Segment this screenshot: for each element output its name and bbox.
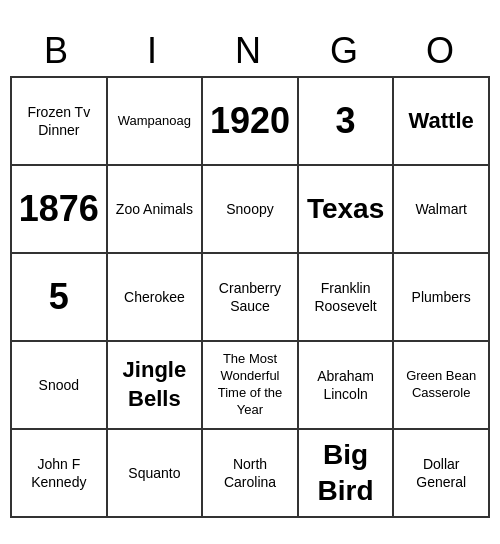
grid-cell-21: Squanto bbox=[108, 430, 204, 518]
cell-text-4: Wattle bbox=[409, 107, 474, 136]
bingo-grid: Frozen Tv DinnerWampanoag19203Wattle1876… bbox=[10, 76, 490, 518]
grid-cell-3: 3 bbox=[299, 78, 395, 166]
grid-cell-8: Texas bbox=[299, 166, 395, 254]
cell-text-6: Zoo Animals bbox=[116, 200, 193, 218]
cell-text-18: Abraham Lincoln bbox=[303, 367, 389, 403]
cell-text-8: Texas bbox=[307, 191, 384, 227]
cell-text-9: Walmart bbox=[415, 200, 467, 218]
grid-cell-23: Big Bird bbox=[299, 430, 395, 518]
cell-text-21: Squanto bbox=[128, 464, 180, 482]
grid-cell-19: Green Bean Casserole bbox=[394, 342, 490, 430]
grid-cell-2: 1920 bbox=[203, 78, 299, 166]
cell-text-19: Green Bean Casserole bbox=[398, 368, 484, 402]
cell-text-13: Franklin Roosevelt bbox=[303, 279, 389, 315]
grid-cell-1: Wampanoag bbox=[108, 78, 204, 166]
grid-cell-16: Jingle Bells bbox=[108, 342, 204, 430]
cell-text-5: 1876 bbox=[19, 186, 99, 233]
grid-cell-6: Zoo Animals bbox=[108, 166, 204, 254]
grid-cell-22: North Carolina bbox=[203, 430, 299, 518]
grid-cell-10: 5 bbox=[12, 254, 108, 342]
header-letter-n: N bbox=[202, 26, 298, 76]
cell-text-2: 1920 bbox=[210, 98, 290, 145]
grid-cell-11: Cherokee bbox=[108, 254, 204, 342]
cell-text-3: 3 bbox=[336, 98, 356, 145]
cell-text-24: Dollar General bbox=[398, 455, 484, 491]
header-letter-o: O bbox=[394, 26, 490, 76]
grid-cell-24: Dollar General bbox=[394, 430, 490, 518]
grid-cell-4: Wattle bbox=[394, 78, 490, 166]
cell-text-14: Plumbers bbox=[412, 288, 471, 306]
grid-cell-12: Cranberry Sauce bbox=[203, 254, 299, 342]
cell-text-16: Jingle Bells bbox=[112, 356, 198, 413]
grid-cell-14: Plumbers bbox=[394, 254, 490, 342]
header-letter-i: I bbox=[106, 26, 202, 76]
grid-cell-15: Snood bbox=[12, 342, 108, 430]
cell-text-23: Big Bird bbox=[303, 437, 389, 510]
cell-text-17: The Most Wonderful Time of the Year bbox=[207, 351, 293, 419]
grid-cell-20: John F Kennedy bbox=[12, 430, 108, 518]
grid-cell-17: The Most Wonderful Time of the Year bbox=[203, 342, 299, 430]
bingo-card: BINGO Frozen Tv DinnerWampanoag19203Watt… bbox=[10, 26, 490, 518]
cell-text-1: Wampanoag bbox=[118, 113, 191, 130]
grid-cell-0: Frozen Tv Dinner bbox=[12, 78, 108, 166]
cell-text-0: Frozen Tv Dinner bbox=[16, 103, 102, 139]
cell-text-15: Snood bbox=[39, 376, 79, 394]
grid-cell-18: Abraham Lincoln bbox=[299, 342, 395, 430]
cell-text-7: Snoopy bbox=[226, 200, 273, 218]
header-letter-b: B bbox=[10, 26, 106, 76]
grid-cell-9: Walmart bbox=[394, 166, 490, 254]
grid-cell-13: Franklin Roosevelt bbox=[299, 254, 395, 342]
cell-text-11: Cherokee bbox=[124, 288, 185, 306]
cell-text-10: 5 bbox=[49, 274, 69, 321]
header-row: BINGO bbox=[10, 26, 490, 76]
header-letter-g: G bbox=[298, 26, 394, 76]
grid-cell-7: Snoopy bbox=[203, 166, 299, 254]
grid-cell-5: 1876 bbox=[12, 166, 108, 254]
cell-text-12: Cranberry Sauce bbox=[207, 279, 293, 315]
cell-text-22: North Carolina bbox=[207, 455, 293, 491]
cell-text-20: John F Kennedy bbox=[16, 455, 102, 491]
